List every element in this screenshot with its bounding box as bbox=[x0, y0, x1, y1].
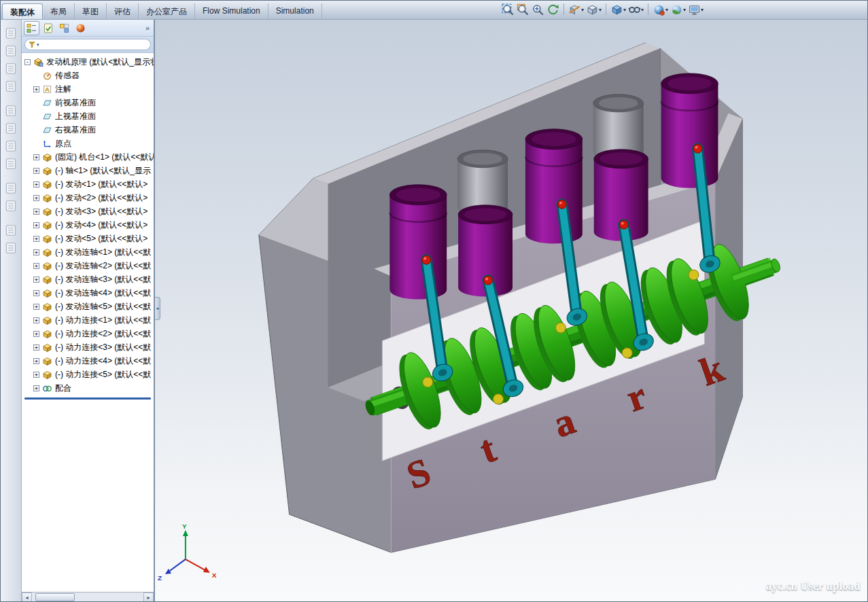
tree-item-23[interactable]: +(-) 动力连接<4> (默认<<默 bbox=[22, 354, 154, 368]
command-tab-2[interactable]: 布局 bbox=[43, 3, 75, 19]
tree-item-13[interactable]: +(-) 发动<4> (默认<<默认> bbox=[22, 218, 154, 232]
expand-toggle[interactable]: + bbox=[33, 249, 39, 255]
side-tool-6-button[interactable] bbox=[3, 121, 19, 137]
zoom-in-out-button[interactable] bbox=[531, 2, 545, 17]
expand-toggle[interactable]: + bbox=[33, 222, 39, 228]
chevron-down-icon[interactable]: ▾ bbox=[599, 7, 602, 13]
side-tool-2-button[interactable] bbox=[3, 43, 19, 60]
zoom-to-area-button[interactable] bbox=[516, 2, 530, 17]
side-tool-11-button[interactable] bbox=[3, 223, 19, 239]
tree-item-19[interactable]: +(-) 发动连轴<5> (默认<<默 bbox=[22, 300, 154, 313]
tree-item-8[interactable]: +(固定) 机台<1> (默认<<默认 bbox=[22, 150, 154, 164]
scrollbar-thumb[interactable] bbox=[35, 593, 75, 601]
tree-item-5[interactable]: 上视基准面 bbox=[22, 109, 154, 123]
expand-toggle[interactable]: + bbox=[33, 168, 39, 174]
command-tab-6[interactable]: Flow Simulation bbox=[195, 3, 268, 19]
tree-item-18[interactable]: +(-) 发动连轴<4> (默认<<默 bbox=[22, 286, 154, 300]
hide-show-items-button[interactable]: ▾ bbox=[627, 2, 644, 17]
expand-toggle[interactable]: + bbox=[33, 195, 39, 201]
expand-toggle[interactable]: + bbox=[33, 304, 39, 310]
tree-item-9[interactable]: +(-) 轴<1> (默认<默认_显示 bbox=[22, 164, 154, 177]
side-tool-1-icon bbox=[4, 26, 18, 40]
model-view[interactable]: StarkYXZ bbox=[155, 20, 867, 602]
chevron-down-icon[interactable]: ▾ bbox=[581, 7, 584, 13]
tree-item-2[interactable]: 传感器 bbox=[22, 69, 154, 82]
view-settings-button[interactable]: ▾ bbox=[687, 2, 704, 17]
expand-toggle[interactable]: + bbox=[33, 236, 39, 242]
previous-view-button[interactable] bbox=[546, 2, 560, 17]
tree-item-11[interactable]: +(-) 发动<2> (默认<<默认> bbox=[22, 191, 154, 205]
chevron-down-icon[interactable]: ▾ bbox=[683, 7, 686, 13]
chevron-down-icon[interactable]: ▾ bbox=[623, 7, 626, 13]
displaymanager-tab[interactable] bbox=[73, 21, 88, 35]
view-orientation-button[interactable]: ▾ bbox=[585, 2, 602, 17]
configurationmanager-tab[interactable] bbox=[56, 21, 72, 35]
tree-item-7[interactable]: 原点 bbox=[22, 137, 154, 150]
expand-toggle[interactable]: + bbox=[33, 209, 39, 215]
tree-item-4[interactable]: 前视基准面 bbox=[22, 96, 154, 109]
graphics-area[interactable]: StarkYXZ ayc.cn User upload ◂ bbox=[155, 20, 867, 602]
expand-toggle[interactable]: + bbox=[33, 358, 39, 364]
expand-toggle[interactable]: + bbox=[33, 331, 39, 337]
filter-dropdown-icon[interactable]: ▾ bbox=[37, 42, 39, 48]
expand-toggle[interactable]: + bbox=[33, 86, 39, 92]
propertymanager-tab[interactable] bbox=[40, 21, 56, 35]
side-tool-3-button[interactable] bbox=[3, 61, 19, 77]
display-style-button[interactable]: ▾ bbox=[610, 2, 627, 17]
expand-toggle[interactable]: + bbox=[33, 372, 39, 378]
chevron-down-icon[interactable]: ▾ bbox=[665, 7, 668, 13]
chevron-down-icon[interactable]: ▾ bbox=[641, 7, 644, 13]
panel-overflow-chevron[interactable]: » bbox=[145, 24, 152, 32]
command-tab-3[interactable]: 草图 bbox=[75, 3, 107, 19]
tree-item-1[interactable]: -发动机原理 (默认<默认_显示状 bbox=[22, 55, 154, 69]
side-tool-9-button[interactable] bbox=[3, 181, 19, 197]
tree-item-6[interactable]: 右视基准面 bbox=[22, 123, 154, 137]
filter-box[interactable]: ▾ bbox=[24, 39, 151, 50]
tree-item-3[interactable]: +A注解 bbox=[22, 82, 154, 96]
panel-scrollbar[interactable]: ◂ ▸ bbox=[22, 592, 154, 602]
expand-toggle[interactable]: + bbox=[33, 385, 39, 391]
tree-item-15[interactable]: +(-) 发动连轴<1> (默认<<默 bbox=[22, 245, 154, 259]
expand-toggle[interactable]: + bbox=[33, 277, 39, 283]
command-tab-7[interactable]: Simulation bbox=[268, 3, 322, 19]
expand-toggle[interactable]: + bbox=[33, 181, 39, 188]
tree-item-24[interactable]: +(-) 动力连接<5> (默认<<默 bbox=[22, 368, 154, 381]
scrollbar-track[interactable] bbox=[32, 592, 143, 602]
tree-item-10[interactable]: +(-) 发动<1> (默认<<默认> bbox=[22, 177, 154, 191]
expand-toggle[interactable]: + bbox=[33, 344, 39, 351]
filter-input[interactable] bbox=[41, 40, 147, 49]
apply-scene-button[interactable]: ▾ bbox=[670, 2, 687, 17]
tree-item-17[interactable]: +(-) 发动连轴<3> (默认<<默 bbox=[22, 272, 154, 286]
tree-item-22[interactable]: +(-) 动力连接<3> (默认<<默 bbox=[22, 340, 154, 354]
scroll-left-button[interactable]: ◂ bbox=[22, 592, 32, 602]
side-tool-8-button[interactable] bbox=[3, 156, 19, 173]
section-view-button[interactable]: ▾ bbox=[568, 2, 585, 17]
tree-item-21[interactable]: +(-) 动力连接<2> (默认<<默 bbox=[22, 327, 154, 340]
tree-item-12[interactable]: +(-) 发动<3> (默认<<默认> bbox=[22, 205, 154, 218]
tree-item-16[interactable]: +(-) 发动连轴<2> (默认<<默 bbox=[22, 259, 154, 272]
side-tool-7-button[interactable] bbox=[3, 139, 19, 155]
expand-toggle[interactable]: + bbox=[33, 154, 39, 160]
expand-toggle[interactable]: + bbox=[33, 290, 39, 296]
side-tool-10-button[interactable] bbox=[3, 198, 19, 215]
expand-toggle[interactable]: - bbox=[24, 59, 31, 65]
edit-appearance-button[interactable]: ▾ bbox=[652, 2, 669, 17]
side-tool-4-button[interactable] bbox=[3, 79, 19, 95]
command-tab-1[interactable]: 装配体 bbox=[2, 3, 43, 19]
scroll-right-button[interactable]: ▸ bbox=[143, 592, 154, 602]
tree-item-25[interactable]: +配合 bbox=[22, 381, 154, 395]
side-tool-1-button[interactable] bbox=[3, 26, 19, 42]
rollback-bar[interactable] bbox=[24, 397, 151, 400]
tree-item-14[interactable]: +(-) 发动<5> (默认<<默认> bbox=[22, 232, 154, 245]
chevron-down-icon[interactable]: ▾ bbox=[701, 7, 704, 13]
command-tab-5[interactable]: 办公室产品 bbox=[139, 3, 195, 19]
side-tool-12-button[interactable] bbox=[3, 241, 19, 257]
featuremanager-tab[interactable] bbox=[24, 21, 39, 35]
expand-toggle[interactable]: + bbox=[33, 317, 39, 323]
zoom-to-fit-button[interactable] bbox=[501, 2, 515, 17]
tree-item-20[interactable]: +(-) 动力连接<1> (默认<<默 bbox=[22, 313, 154, 327]
expand-toggle[interactable]: + bbox=[33, 263, 39, 269]
command-tab-4[interactable]: 评估 bbox=[107, 3, 139, 19]
side-tool-5-button[interactable] bbox=[3, 103, 19, 120]
panel-splitter-handle[interactable]: ◂ bbox=[155, 297, 160, 320]
